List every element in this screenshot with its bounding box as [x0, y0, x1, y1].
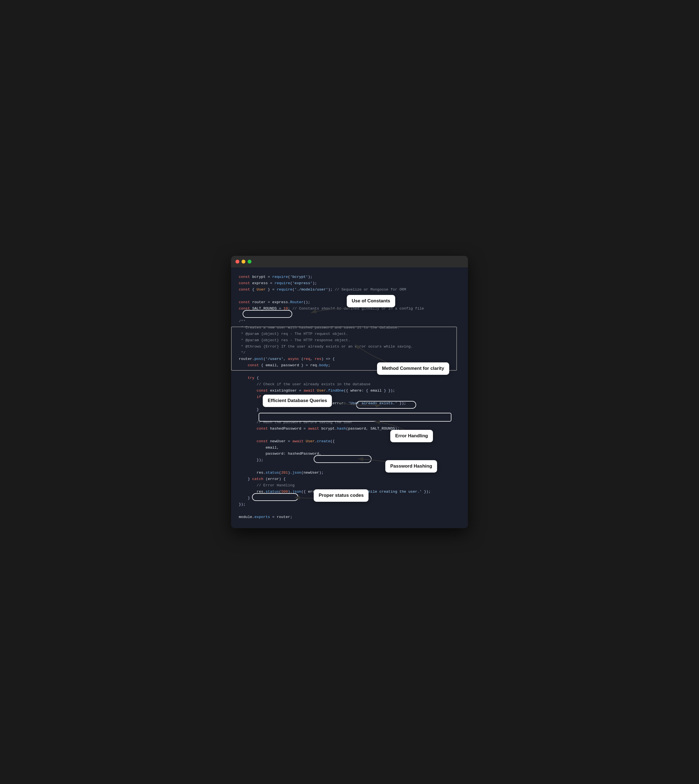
code-try: try { — [239, 375, 460, 381]
minimize-button[interactable] — [242, 260, 245, 263]
code-jsdoc-4: * @param {object} res - The HTTP respons… — [239, 337, 460, 344]
code-line-1: const bcrypt = require('bcrypt'); — [239, 274, 460, 280]
code-jsdoc-5: * @throws {Error} If the user already ex… — [239, 344, 460, 350]
annotation-efficient-db: Efficient Database Queries — [263, 395, 332, 407]
code-comment-error: // Error Handling — [239, 483, 460, 489]
code-line-2: const express = require('express'); — [239, 280, 460, 287]
annotation-password-hashing: Password Hashing — [385, 460, 437, 473]
titlebar — [231, 256, 468, 267]
code-router-post: router.post('/users', async (req, res) =… — [239, 356, 460, 362]
annotation-error-handling: Error Handling — [390, 430, 433, 442]
close-button[interactable] — [235, 260, 239, 263]
code-comment-hash: // Hash the password before saving the u… — [239, 419, 460, 426]
annotation-method-comment: Method Comment for clarity — [377, 362, 449, 375]
code-jsdoc-1: /** — [239, 318, 460, 325]
code-line-blank7 — [239, 508, 460, 514]
code-catch: } catch (error) { — [239, 476, 460, 483]
code-module-exports: module.exports = router; — [239, 514, 460, 521]
code-comment-check: // Check if the user already exists in t… — [239, 381, 460, 388]
app-window: Use of Constants Method Comment for clar… — [231, 256, 468, 528]
code-close-router: }); — [239, 501, 460, 508]
code-email-prop: email, — [239, 445, 460, 451]
code-jsdoc-6: */ — [239, 350, 460, 356]
code-line-blank4 — [239, 413, 460, 419]
code-close-if: } — [239, 407, 460, 413]
maximize-button[interactable] — [248, 260, 252, 263]
code-line-blank2 — [239, 312, 460, 318]
code-editor: Use of Constants Method Comment for clar… — [231, 267, 468, 528]
code-jsdoc-3: * @param {object} req - The HTTP request… — [239, 331, 460, 337]
code-password-prop: password: hashedPassword, — [239, 451, 460, 457]
annotation-use-of-constants: Use of Constants — [347, 295, 395, 307]
code-line-3: const { User } = require('./models/user'… — [239, 287, 460, 293]
code-jsdoc-2: * Creates a new user with hashed passwor… — [239, 325, 460, 331]
code-findone: const existingUser = await User.findOne(… — [239, 388, 460, 394]
annotation-proper-status: Proper status codes — [314, 490, 368, 502]
